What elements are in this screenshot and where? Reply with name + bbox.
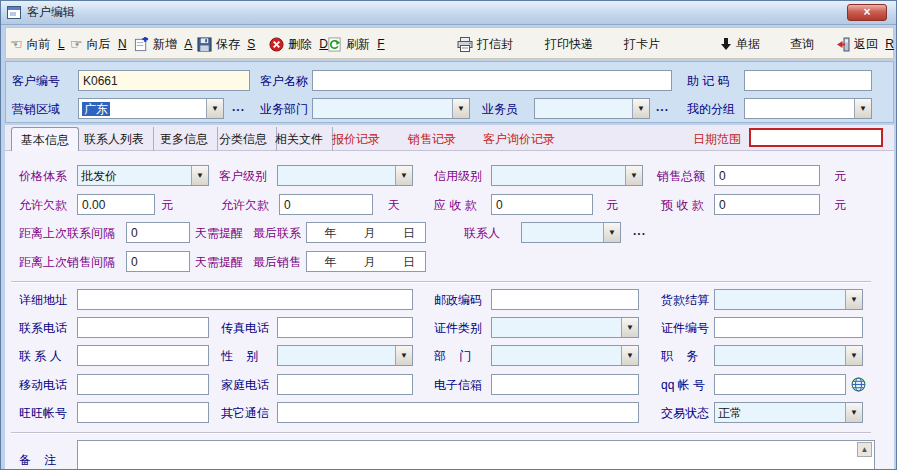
position-combo[interactable]: ▼ (714, 345, 863, 366)
salesman-more-button[interactable]: ... (656, 100, 669, 114)
customer-id-input[interactable] (78, 70, 250, 91)
date-range-input[interactable] (749, 128, 883, 147)
row-contact-gap: 距离上次联系间隔 天需提醒 最后联系 年月日 联系人 ▼ ... (5, 222, 894, 244)
fax-label: 传真电话 (221, 320, 269, 337)
total-sales-unit: 元 (834, 168, 846, 185)
wangwang-input[interactable] (77, 402, 209, 423)
my-group-combo[interactable]: ▼ (744, 98, 872, 119)
postal-input[interactable] (491, 289, 639, 310)
business-dept-combo-arrow-icon[interactable]: ▼ (452, 99, 469, 118)
settlement-combo[interactable]: ▼ (714, 289, 863, 310)
trade-status-combo-arrow-icon[interactable]: ▼ (845, 403, 862, 422)
tab-contact-list[interactable]: 联系人列表 (75, 127, 154, 151)
return-button[interactable]: 返回 R (836, 34, 894, 54)
business-dept-combo[interactable]: ▼ (312, 98, 470, 119)
allow-debt-days-unit: 天 (388, 197, 400, 214)
basic-info-panel: 价格体系 批发价▼ 客户级别 ▼ 信用级别 ▼ 销售总额 元 允许欠款 元 允许… (5, 151, 894, 470)
customer-level-combo-arrow-icon[interactable]: ▼ (395, 166, 412, 185)
salesman-combo[interactable]: ▼ (534, 98, 650, 119)
print-envelope-button[interactable]: 打信封 (457, 34, 513, 54)
contact-gap-input[interactable] (126, 222, 190, 243)
header-panel: 客户编号 客户名称 助 记 码 营销区域 广东▼ ... 业务部门 ▼ 业务员 … (5, 61, 894, 123)
tab-more-info[interactable]: 更多信息 (151, 127, 218, 151)
sale-gap-unit: 天需提醒 (195, 254, 243, 271)
delete-button[interactable]: 删除 D (269, 34, 328, 54)
mnemonic-input[interactable] (744, 70, 872, 91)
tab-sales-records[interactable]: 销售记录 (408, 131, 456, 148)
tab-inquiry-records[interactable]: 客户询价记录 (483, 131, 555, 148)
phone-input[interactable] (77, 317, 209, 338)
toolbar: ☜向前 L ☞向后 N 新增 A 保存 S 删除 D 刷新 F 打信封 打印快递… (5, 27, 894, 59)
customer-name-label: 客户名称 (260, 73, 308, 90)
contact-gap-unit: 天需提醒 (195, 225, 243, 242)
last-sale-date[interactable]: 年月日 (306, 251, 426, 272)
department-combo[interactable]: ▼ (491, 345, 639, 366)
print-express-button[interactable]: 打印快递 (545, 34, 593, 54)
id-type-combo[interactable]: ▼ (491, 317, 639, 338)
credit-level-combo-arrow-icon[interactable]: ▼ (625, 166, 642, 185)
contact-name-input[interactable] (77, 345, 209, 366)
print-card-button[interactable]: 打卡片 (624, 34, 660, 54)
customer-level-combo[interactable]: ▼ (277, 165, 413, 186)
my-group-combo-arrow-icon[interactable]: ▼ (854, 99, 871, 118)
region-more-button[interactable]: ... (232, 100, 245, 114)
contact-person-combo-arrow-icon[interactable]: ▼ (603, 223, 620, 242)
tab-basic-info[interactable]: 基本信息 (11, 127, 79, 151)
fax-input[interactable] (277, 317, 413, 338)
allow-debt-money-input[interactable] (77, 194, 155, 215)
row-phone: 联系电话 传真电话 证件类别 ▼ 证件编号 (5, 317, 894, 339)
next-button[interactable]: ☞向后 N (70, 34, 127, 54)
row-mobile: 移动电话 家庭电话 电子信箱 qq 帐 号 (5, 374, 894, 396)
home-phone-input[interactable] (277, 374, 413, 395)
new-button[interactable]: 新增 A (134, 34, 192, 54)
close-button[interactable]: × (847, 4, 887, 21)
credit-level-combo[interactable]: ▼ (491, 165, 643, 186)
id-type-combo-arrow-icon[interactable]: ▼ (621, 318, 638, 337)
remark-textarea[interactable] (77, 440, 875, 470)
region-combo[interactable]: 广东▼ (78, 98, 224, 119)
sale-gap-input[interactable] (126, 251, 190, 272)
total-sales-input[interactable] (714, 165, 820, 186)
customer-name-input[interactable] (312, 70, 672, 91)
save-button[interactable]: 保存 S (197, 34, 255, 54)
contact-person-more-button[interactable]: ... (633, 224, 646, 238)
allow-debt-money-label: 允许欠款 (19, 197, 67, 214)
mobile-label: 移动电话 (19, 377, 67, 394)
other-comm-input[interactable] (277, 402, 639, 423)
settlement-combo-arrow-icon[interactable]: ▼ (845, 290, 862, 309)
price-system-combo[interactable]: 批发价▼ (77, 165, 209, 186)
mobile-input[interactable] (77, 374, 209, 395)
documents-button[interactable]: 单据 (720, 34, 760, 54)
customer-level-label: 客户级别 (219, 168, 267, 185)
address-label: 详细地址 (19, 292, 67, 309)
advance-input[interactable] (714, 194, 820, 215)
tab-quote-records[interactable]: 报价记录 (332, 131, 380, 148)
qq-label: qq 帐 号 (661, 377, 705, 394)
address-input[interactable] (77, 289, 413, 310)
trade-status-combo[interactable]: 正常▼ (714, 402, 863, 423)
qq-input[interactable] (714, 374, 846, 395)
department-label: 部 门 (434, 348, 471, 365)
last-contact-date[interactable]: 年月日 (306, 222, 426, 243)
price-system-combo-arrow-icon[interactable]: ▼ (191, 166, 208, 185)
prev-button[interactable]: ☜向前 L (10, 34, 65, 54)
department-combo-arrow-icon[interactable]: ▼ (621, 346, 638, 365)
gender-combo-arrow-icon[interactable]: ▼ (395, 346, 412, 365)
gender-combo[interactable]: ▼ (277, 345, 413, 366)
salesman-combo-arrow-icon[interactable]: ▼ (632, 99, 649, 118)
email-input[interactable] (491, 374, 639, 395)
delete-icon (269, 37, 284, 52)
allow-debt-days-label: 允许欠款 (221, 197, 269, 214)
remark-scroll-up-icon[interactable]: ▲ (857, 442, 872, 457)
region-combo-arrow-icon[interactable]: ▼ (206, 99, 223, 118)
position-combo-arrow-icon[interactable]: ▼ (845, 346, 862, 365)
query-button[interactable]: 查询 (790, 34, 814, 54)
receivable-input[interactable] (491, 194, 593, 215)
contact-person-combo[interactable]: ▼ (521, 222, 621, 243)
globe-icon[interactable] (851, 377, 866, 392)
tabstrip: 基本信息 联系人列表 更多信息 分类信息 相关文件 报价记录 销售记录 客户询价… (5, 125, 894, 151)
allow-debt-days-input[interactable] (279, 194, 373, 215)
refresh-button[interactable]: 刷新 F (327, 34, 385, 54)
tab-related-files[interactable]: 相关文件 (266, 127, 333, 151)
id-number-input[interactable] (714, 317, 863, 338)
